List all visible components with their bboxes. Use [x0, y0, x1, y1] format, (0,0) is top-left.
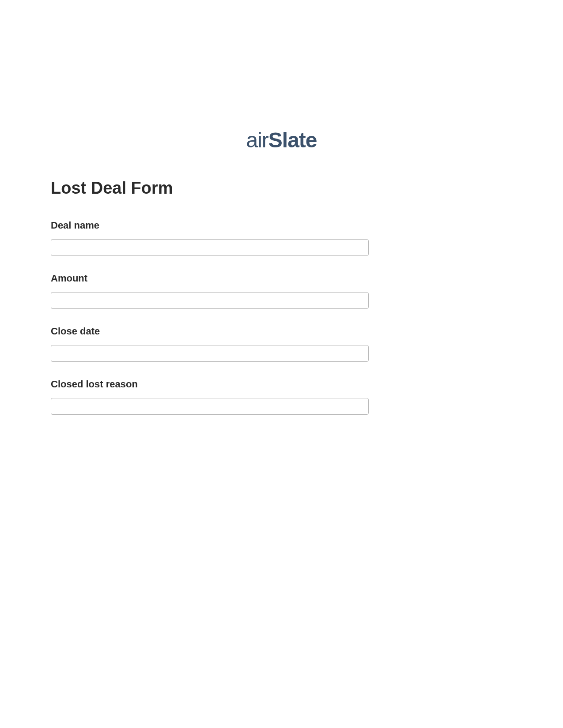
label-close-date: Close date: [51, 326, 512, 337]
field-deal-name: Deal name: [51, 220, 512, 256]
logo-part-slate: Slate: [268, 128, 317, 152]
field-amount: Amount: [51, 273, 512, 309]
label-closed-lost-reason: Closed lost reason: [51, 379, 512, 390]
input-deal-name[interactable]: [51, 239, 369, 256]
input-amount[interactable]: [51, 292, 369, 309]
input-closed-lost-reason[interactable]: [51, 398, 369, 415]
label-deal-name: Deal name: [51, 220, 512, 231]
label-amount: Amount: [51, 273, 512, 284]
input-close-date[interactable]: [51, 345, 369, 362]
logo-container: airSlate: [51, 128, 512, 152]
form-title: Lost Deal Form: [51, 179, 512, 198]
form-page: airSlate Lost Deal Form Deal name Amount…: [0, 0, 563, 415]
logo-part-air: air: [246, 128, 268, 152]
field-close-date: Close date: [51, 326, 512, 362]
field-closed-lost-reason: Closed lost reason: [51, 379, 512, 415]
airslate-logo: airSlate: [246, 128, 317, 152]
